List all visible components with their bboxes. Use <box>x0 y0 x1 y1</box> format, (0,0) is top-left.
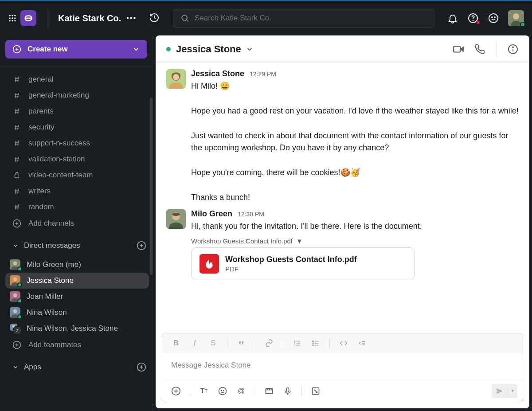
svg-point-5 <box>14 17 16 19</box>
add-dm-icon[interactable] <box>137 241 146 251</box>
quote-button[interactable] <box>233 336 250 350</box>
file-type: PDF <box>225 265 357 273</box>
channel-item[interactable]: validation-station <box>0 151 153 167</box>
mention-button[interactable]: @ <box>233 384 250 399</box>
attachment-toggle[interactable]: Workshop Guests Contact Info.pdf ▼ <box>191 237 519 245</box>
formatting-toolbar: B I S 123 <box>162 333 523 353</box>
ordered-list-button[interactable]: 123 <box>289 336 305 350</box>
chevron-down-icon <box>12 364 19 370</box>
attach-button[interactable] <box>168 384 184 399</box>
dm-item[interactable]: Nina Wilson <box>0 305 153 321</box>
message-text: Hi, thank you for the invitation. I'll b… <box>191 220 519 233</box>
more-icon[interactable]: ••• <box>125 12 138 24</box>
message-author[interactable]: Milo Green <box>191 209 232 219</box>
phone-call-icon[interactable] <box>474 43 485 55</box>
svg-point-14 <box>473 20 473 21</box>
apps-section-header[interactable]: Apps <box>0 353 153 376</box>
add-channels-button[interactable]: Add channels <box>0 215 153 232</box>
search-input[interactable] <box>195 14 427 23</box>
chevron-down-icon <box>132 45 140 53</box>
avatar <box>10 275 20 286</box>
send-button[interactable]: ▼ <box>492 384 517 398</box>
shortcuts-button[interactable] <box>307 384 324 399</box>
channel-item[interactable]: writers <box>0 183 153 199</box>
workspace-logo[interactable] <box>20 10 36 26</box>
channel-name: validation-station <box>28 155 85 164</box>
audio-clip-button[interactable] <box>279 384 296 399</box>
add-app-icon[interactable] <box>137 362 146 372</box>
message: Jessica Stone 12:29 PM Hi Milo! 😄 Hope y… <box>156 66 529 206</box>
dm-item[interactable]: Jessica Stone <box>5 273 149 289</box>
emoji-icon[interactable] <box>488 12 499 24</box>
apps-grid-icon[interactable] <box>8 14 17 23</box>
composer-actions: TT @ ▼ <box>162 380 523 402</box>
bold-button[interactable]: B <box>168 336 184 350</box>
svg-line-34 <box>18 109 18 114</box>
channel-item[interactable]: parents <box>0 103 153 119</box>
user-avatar[interactable] <box>508 10 524 26</box>
bullet-list-button[interactable] <box>307 336 324 350</box>
workspace-name[interactable]: Katie Stark Co. <box>58 13 121 23</box>
search-bar[interactable] <box>173 9 434 27</box>
dm-item[interactable]: 2 Nina Wilson, Jessica Stone <box>0 321 153 337</box>
channel-name: writers <box>28 187 51 196</box>
text-format-button[interactable]: TT <box>196 384 212 399</box>
channel-item[interactable]: video-content-team <box>0 167 153 183</box>
create-new-button[interactable]: Create new <box>5 40 147 59</box>
message-text: Hi Milo! 😄 Hope you had a good rest on y… <box>191 80 519 204</box>
avatar <box>166 209 186 229</box>
code-button[interactable] <box>335 336 352 350</box>
emoji-button[interactable] <box>214 384 231 399</box>
file-attachment[interactable]: Workshop Guests Contact Info.pdf PDF <box>191 247 415 280</box>
add-teammates-button[interactable]: Add teammates <box>0 337 153 353</box>
video-clip-button[interactable] <box>261 384 278 399</box>
channel-item[interactable]: support-n-success <box>0 135 153 151</box>
svg-text:2: 2 <box>16 328 18 333</box>
chat-header: Jessica Stone <box>156 35 529 63</box>
dm-name: Milo Green (me) <box>27 260 81 269</box>
scrollbar[interactable] <box>150 98 153 275</box>
dm-section-header[interactable]: Direct messages <box>0 232 153 254</box>
svg-line-54 <box>16 205 16 210</box>
channel-name: general-marketing <box>28 91 89 100</box>
svg-point-69 <box>13 309 17 313</box>
help-icon[interactable] <box>467 12 479 24</box>
dm-item[interactable]: Milo Green (me) <box>0 257 153 273</box>
strikethrough-button[interactable]: S <box>205 336 222 350</box>
link-button[interactable] <box>261 336 278 350</box>
message: Milo Green 12:30 PM Hi, thank you for th… <box>156 206 529 282</box>
chevron-down-icon[interactable] <box>246 45 254 53</box>
channel-name: video-content-team <box>28 171 93 180</box>
hash-icon <box>12 76 21 83</box>
svg-point-100 <box>313 343 313 344</box>
svg-point-109 <box>221 390 222 391</box>
svg-line-29 <box>16 93 16 98</box>
svg-line-50 <box>16 189 16 194</box>
message-time: 12:30 PM <box>238 211 264 218</box>
channel-item[interactable]: random <box>0 199 153 215</box>
message-author[interactable]: Jessica Stone <box>191 69 244 78</box>
italic-button[interactable]: I <box>186 336 203 350</box>
add-teammates-label: Add teammates <box>28 341 81 349</box>
svg-point-19 <box>513 13 519 20</box>
pdf-icon <box>200 254 219 274</box>
message-input[interactable]: Message Jessica Stone <box>162 353 523 380</box>
notifications-icon[interactable] <box>447 12 458 24</box>
video-call-icon[interactable] <box>453 43 464 55</box>
chevron-down-icon <box>12 243 19 249</box>
svg-line-41 <box>16 141 16 146</box>
codeblock-button[interactable] <box>354 336 371 350</box>
channel-item[interactable]: general <box>0 71 153 87</box>
info-icon[interactable] <box>507 43 519 55</box>
svg-point-63 <box>13 262 17 266</box>
history-icon[interactable] <box>149 12 160 24</box>
dm-item[interactable]: Joan Miller <box>0 289 153 305</box>
presence-indicator <box>17 314 22 319</box>
channel-item[interactable]: general-marketing <box>0 87 153 103</box>
avatar-group: 2 <box>10 323 20 334</box>
chat-title[interactable]: Jessica Stone <box>176 43 241 55</box>
sidebar: Create new generalgeneral-marketingparen… <box>0 35 153 411</box>
channel-item[interactable]: security <box>0 119 153 135</box>
hash-icon <box>12 140 21 147</box>
chat-pane: Jessica Stone <box>156 35 529 408</box>
